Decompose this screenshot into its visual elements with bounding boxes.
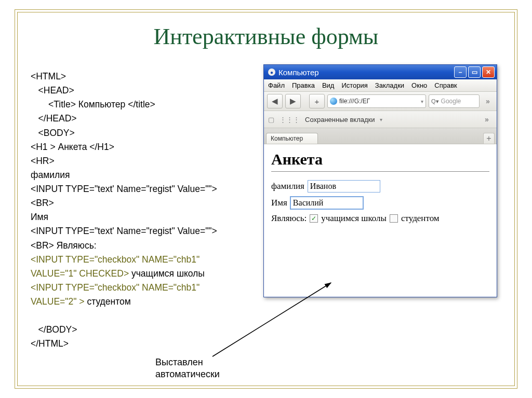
page-divider — [271, 171, 489, 172]
bookmarks-bar: ▢ ⋮⋮⋮ Сохраненные вкладки ▾ » — [264, 111, 497, 128]
minimize-button[interactable]: – — [454, 66, 467, 78]
browser-window: ● Компьютер – ▭ ✕ Файл Правка Вид Истори… — [263, 64, 497, 297]
name-label: Имя — [271, 198, 287, 208]
overflow-button-2[interactable]: » — [481, 113, 493, 126]
window-titlebar: ● Компьютер – ▭ ✕ — [264, 65, 497, 79]
code-line-olive: <INPUT TYPE="checkbox" NAME="chb1" — [31, 254, 202, 265]
address-bar[interactable]: file:///G:/ЕГ ▾ — [327, 94, 426, 108]
maximize-button[interactable]: ▭ — [468, 66, 481, 78]
code-line: <BR> — [31, 198, 54, 208]
slide-title: Интерактивные формы — [31, 23, 501, 50]
code-line: <INPUT TYPE="text' Name="regist" Value="… — [31, 226, 217, 236]
window-favicon: ● — [268, 68, 275, 76]
code-line-olive: <INPUT TYPE="checkbox" NAME="chb1" — [31, 282, 202, 293]
menu-bar: Файл Правка Вид История Закладки Окно Сп… — [264, 79, 497, 92]
code-line: фамилия — [31, 170, 70, 180]
book-icon[interactable]: ▢ — [268, 116, 274, 123]
code-line: <BODY> — [31, 128, 75, 138]
code-line: <BR> Являюсь: — [31, 240, 97, 251]
dropdown-icon[interactable]: ▾ — [421, 99, 423, 104]
code-line: </HEAD> — [31, 113, 77, 123]
annotation-line: автоматически — [155, 369, 220, 379]
code-line: Имя — [31, 212, 48, 222]
page-content: Анкета фамилия Имя Являюсь: ✓ учащимся ш… — [264, 144, 497, 297]
new-tab-button[interactable]: + — [483, 133, 495, 144]
search-box[interactable]: Q▾ Google — [429, 94, 480, 108]
surname-input[interactable] — [308, 180, 380, 193]
checkbox-student[interactable] — [390, 214, 398, 223]
menu-help[interactable]: Справк — [434, 81, 457, 89]
code-listing: <HTML> <HEAD> <Title> Компьютер </title>… — [31, 64, 254, 351]
code-line: </HTML> — [31, 338, 69, 349]
menu-bookmarks[interactable]: Закладки — [375, 81, 404, 89]
url-text: file:///G:/ЕГ — [339, 98, 370, 105]
overflow-button-1[interactable]: » — [482, 95, 494, 107]
window-title: Компьютер — [278, 68, 454, 77]
code-line-olive: VALUE="1" CHECKED> — [31, 268, 129, 279]
name-input[interactable] — [290, 197, 363, 209]
code-line: <HTML> — [31, 71, 66, 81]
saved-tabs-dropdown-icon[interactable]: ▾ — [380, 117, 382, 122]
window-buttons: – ▭ ✕ — [454, 66, 495, 78]
tab-active[interactable]: Компьютер — [266, 133, 318, 144]
code-line: <Title> Компьютер </title> — [31, 99, 155, 109]
annotation-line: Выставлен — [155, 357, 203, 367]
menu-view[interactable]: Вид — [322, 81, 335, 89]
saved-tabs-link[interactable]: Сохраненные вкладки — [305, 116, 375, 123]
menu-edit[interactable]: Правка — [292, 81, 315, 89]
name-row: Имя — [271, 197, 489, 209]
browser-screenshot: ● Компьютер – ▭ ✕ Файл Правка Вид Истори… — [263, 64, 497, 351]
checkbox-student-label: студентом — [401, 213, 440, 224]
code-line: <HR> — [31, 156, 55, 166]
page-heading: Анкета — [271, 150, 489, 168]
annotation-text: Выставлен автоматически — [155, 356, 220, 380]
add-button[interactable]: + — [309, 94, 325, 108]
surname-row: фамилия — [271, 180, 489, 193]
checkbox-row: Являюсь: ✓ учащимся школы студентом — [271, 213, 489, 224]
search-placeholder: Google — [441, 98, 461, 105]
surname-label: фамилия — [271, 181, 304, 191]
menu-file[interactable]: Файл — [268, 81, 285, 89]
menu-history[interactable]: История — [341, 81, 367, 89]
search-icon: Q▾ — [431, 98, 439, 105]
globe-icon — [330, 98, 337, 105]
close-button[interactable]: ✕ — [482, 66, 495, 78]
slide-frame: Интерактивные формы <HTML> <HEAD> <Title… — [15, 9, 517, 389]
checkbox-school-label: учащимся школы — [321, 213, 387, 224]
code-line: </BODY> — [31, 324, 77, 335]
back-button[interactable]: ◀ — [267, 94, 283, 108]
code-line: <INPUT TYPE="text' Name="regist" Value="… — [31, 184, 217, 194]
code-line: <HEAD> — [31, 85, 74, 95]
iam-label: Являюсь: — [271, 213, 307, 224]
tab-bar: Компьютер + — [264, 128, 497, 144]
code-line-olive: VALUE="2" > — [31, 296, 85, 307]
code-line: <H1 > Анкета </H1> — [31, 142, 114, 152]
content-row: <HTML> <HEAD> <Title> Компьютер </title>… — [31, 64, 501, 351]
nav-toolbar: ◀ ▶ + file:///G:/ЕГ ▾ Q▾ Google » — [264, 92, 497, 111]
grid-icon[interactable]: ⋮⋮⋮ — [280, 116, 300, 123]
code-line: учащимся школы — [129, 268, 205, 279]
forward-button[interactable]: ▶ — [285, 94, 301, 108]
menu-window[interactable]: Окно — [411, 81, 427, 89]
checkbox-school[interactable]: ✓ — [310, 214, 318, 223]
code-line: студентом — [85, 296, 131, 307]
